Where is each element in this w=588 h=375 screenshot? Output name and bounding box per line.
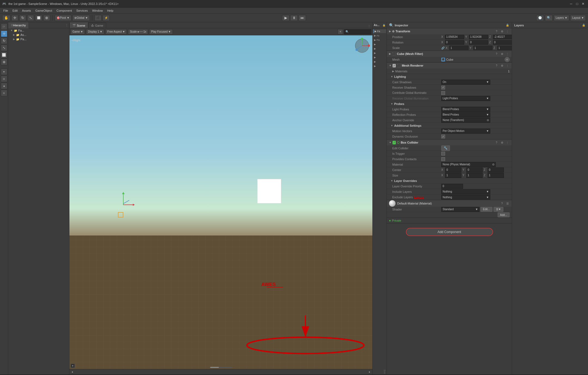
- lighting-section-header[interactable]: ▼ Lighting: [387, 74, 512, 79]
- assets-item-8[interactable]: ▶: [373, 60, 386, 64]
- play-focused-btn[interactable]: Play Focused ▼: [149, 29, 173, 35]
- mesh-renderer-help-btn[interactable]: ?: [494, 63, 499, 68]
- shader-edit-btn[interactable]: Edit...: [480, 207, 492, 212]
- add-component-button[interactable]: Add Component: [406, 228, 493, 236]
- mesh-filter-menu-btn[interactable]: ⋮: [505, 52, 510, 56]
- box-collider-checkbox[interactable]: ✓: [393, 141, 396, 144]
- receive-gi-dropdown[interactable]: Light Probes ▼: [441, 96, 490, 101]
- material-list-options-btn[interactable]: ☰▼: [494, 207, 504, 212]
- scale-z-input[interactable]: [497, 46, 512, 50]
- material-list-btn[interactable]: ☰: [505, 201, 510, 206]
- menu-help[interactable]: Help: [105, 8, 116, 14]
- box-collider-help-btn[interactable]: ?: [494, 140, 499, 145]
- game-display-btn[interactable]: Game ▼: [71, 29, 85, 35]
- box-collider-menu-btn[interactable]: ⋮: [505, 140, 510, 145]
- shader-dropdown[interactable]: Standard ▼: [441, 207, 479, 212]
- hierarchy-tab[interactable]: ☰ Hierarchy: [8, 22, 29, 28]
- anchor-override-input[interactable]: None (Transform) ⊙: [441, 118, 490, 123]
- size-z-input[interactable]: [488, 173, 504, 178]
- rect-tool[interactable]: ⬜: [35, 15, 42, 21]
- custom-tool-4[interactable]: ⊙: [1, 90, 7, 96]
- aspect-btn[interactable]: Free Aspect ▼: [105, 29, 127, 35]
- transform-settings-btn[interactable]: ⚙: [500, 29, 504, 33]
- display-btn[interactable]: Display 1 ▼: [86, 29, 104, 35]
- assets-item-as[interactable]: ▶ As: [373, 34, 386, 38]
- assets-item-5[interactable]: ▶: [373, 47, 386, 51]
- mesh-circle-btn[interactable]: ⊙: [505, 57, 510, 62]
- rect-scene-tool[interactable]: ⬜: [1, 52, 7, 58]
- motion-vectors-dropdown[interactable]: Per Object Motion ▼: [441, 129, 490, 134]
- assets-item-7[interactable]: ▶: [373, 55, 386, 59]
- mesh-target-btn[interactable]: ⊙: [505, 57, 510, 62]
- assets-mini-lock[interactable]: 🔒: [382, 24, 385, 27]
- transform-help-btn[interactable]: ?: [494, 29, 499, 33]
- collider-material-input[interactable]: None (Physic Material) ⊙: [441, 162, 496, 167]
- mesh-filter-help-btn[interactable]: ?: [494, 52, 499, 56]
- play-button[interactable]: ▶: [282, 15, 290, 21]
- menu-window[interactable]: Window: [90, 8, 105, 14]
- menu-services[interactable]: Services: [74, 8, 90, 14]
- move-tool[interactable]: ✛: [11, 15, 18, 21]
- hierarchy-menu-btn[interactable]: ⋮: [65, 24, 68, 27]
- transform-tool[interactable]: ⊕: [43, 15, 50, 21]
- snap-btn[interactable]: ⚡: [103, 15, 110, 21]
- rotate-tool[interactable]: ↻: [19, 15, 26, 21]
- transform-scene-tool[interactable]: ⊕: [1, 59, 7, 65]
- hierarchy-item-fa[interactable]: ▼ 📁 Fa...: [8, 28, 69, 33]
- pivot-dropdown[interactable]: 🎯Pivot ▼: [55, 15, 71, 21]
- hand-tool[interactable]: ✋: [2, 15, 10, 21]
- cast-shadows-dropdown[interactable]: On ▼: [441, 80, 490, 85]
- position-x-input[interactable]: [445, 35, 464, 39]
- custom-tool-3[interactable]: ◈: [1, 83, 7, 89]
- hierarchy-item-pa[interactable]: ▶ 📁 Pa...: [8, 37, 69, 41]
- scale-x-input[interactable]: [449, 46, 468, 50]
- rotation-y-input[interactable]: [469, 40, 488, 45]
- maximize-btn[interactable]: □: [574, 1, 580, 7]
- custom-tool-1[interactable]: ▼: [1, 69, 7, 75]
- material-add-btn[interactable]: Add...: [498, 212, 510, 217]
- dynamic-occlusion-checkbox[interactable]: [441, 135, 445, 138]
- layers-dropdown[interactable]: Layers ▼: [554, 15, 569, 21]
- mesh-renderer-menu-btn[interactable]: ⋮: [505, 63, 510, 68]
- assets-item-4[interactable]: ▶: [373, 42, 386, 46]
- custom-tool-2[interactable]: ⊡: [1, 76, 7, 82]
- scene-menu-btn[interactable]: ⋮: [367, 24, 371, 28]
- center-x-input[interactable]: [445, 168, 461, 172]
- assets-item-fa[interactable]: ▶ Fa: [373, 29, 386, 33]
- exclude-layers-dropdown[interactable]: Nothing ▼: [441, 195, 490, 200]
- mesh-filter-settings-btn[interactable]: ⚙: [500, 52, 504, 56]
- assets-item-9[interactable]: ▶: [373, 64, 386, 68]
- position-z-input[interactable]: [493, 35, 512, 39]
- reflection-probes-dropdown[interactable]: Blend Probes ▼: [441, 112, 490, 117]
- mesh-renderer-checkbox[interactable]: ✓: [393, 64, 396, 67]
- center-z-input[interactable]: [488, 168, 504, 172]
- menu-edit[interactable]: Edit: [10, 8, 20, 14]
- close-btn[interactable]: ✕: [580, 1, 586, 7]
- menu-gameobject[interactable]: GameObject: [33, 8, 54, 14]
- pause-button[interactable]: ⏸: [290, 15, 298, 21]
- search-btn[interactable]: 🔍: [545, 15, 553, 21]
- inspector-lock-btn[interactable]: 🔒: [505, 23, 510, 27]
- probes-section-header[interactable]: ▼ Probes: [387, 101, 512, 107]
- rotate-scene-tool[interactable]: ↻: [1, 38, 7, 44]
- scale-tool[interactable]: ⤡: [27, 15, 34, 21]
- light-probes-dropdown[interactable]: Blend Probes ▼: [441, 107, 490, 112]
- layer-overrides-header[interactable]: ▼ Layer Overrides: [387, 178, 512, 184]
- cursor-tool[interactable]: ☞: [1, 23, 7, 30]
- mesh-renderer-settings-btn[interactable]: ⚙: [500, 63, 504, 68]
- menu-assets[interactable]: Assets: [20, 8, 33, 14]
- game-tab[interactable]: 🕹 Game: [88, 23, 106, 28]
- menu-file[interactable]: File: [1, 8, 10, 14]
- scene-viewport[interactable]: <Right Y X: [69, 35, 372, 369]
- scene-tab[interactable]: 🎬 Scene: [69, 23, 88, 28]
- transform-menu-btn[interactable]: ⋮: [505, 29, 510, 33]
- size-y-input[interactable]: [466, 173, 483, 178]
- transform-header[interactable]: ▶ ⊕ Transform ? ⚙ ⋮: [387, 28, 512, 34]
- include-layers-dropdown[interactable]: Nothing ▼: [441, 189, 490, 194]
- contribute-gi-checkbox[interactable]: [441, 91, 445, 95]
- additional-settings-header[interactable]: ▼ Additional Settings: [387, 123, 512, 128]
- box-collider-settings-btn[interactable]: ⚙: [500, 140, 504, 145]
- mesh-renderer-header[interactable]: ▼ ✓ ⬛ Mesh Renderer ? ⚙ ⋮: [387, 63, 512, 69]
- assets-item-6[interactable]: ▶: [373, 51, 386, 55]
- zoom-slider[interactable]: [210, 367, 232, 368]
